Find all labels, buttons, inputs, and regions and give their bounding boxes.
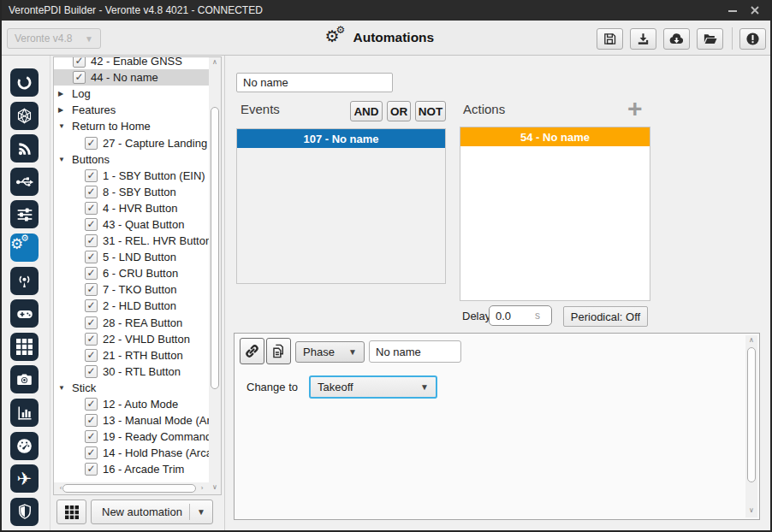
- device-selector[interactable]: Veronte v4.8 ▼: [7, 28, 101, 49]
- checkbox[interactable]: ✓: [85, 186, 98, 198]
- link-button[interactable]: [240, 338, 264, 364]
- download-button[interactable]: [630, 28, 656, 50]
- new-automation-button[interactable]: New automation ▼: [91, 499, 213, 524]
- tree-item[interactable]: ▼Return to Home: [54, 118, 209, 134]
- collapse-arrow-icon[interactable]: ▼: [58, 384, 67, 392]
- tree-item[interactable]: ✓27 - Capture Landing P: [54, 134, 209, 151]
- change-to-selector[interactable]: Takeoff ▼: [309, 375, 437, 399]
- operator-and-button[interactable]: AND: [350, 101, 383, 121]
- checkbox[interactable]: ✓: [85, 137, 98, 150]
- tree-item[interactable]: ✓6 - CRU Button: [54, 265, 209, 281]
- sidebar-chart-button[interactable]: [10, 399, 39, 427]
- sidebar-gamepad-button[interactable]: [10, 299, 39, 328]
- tree-horizontal-scrollbar[interactable]: ‹ ›: [54, 482, 209, 494]
- scrollbar-thumb[interactable]: [211, 107, 219, 389]
- checkbox[interactable]: ✓: [85, 169, 98, 182]
- tree-item[interactable]: ✓42 - Enable GNSS: [54, 57, 209, 69]
- scrollbar-thumb[interactable]: [747, 347, 756, 482]
- tree-item[interactable]: ✓12 - Auto Mode: [54, 396, 209, 412]
- expand-arrow-icon[interactable]: ▶: [58, 90, 67, 98]
- scroll-up-icon[interactable]: ∧: [209, 59, 221, 68]
- action-type-selector[interactable]: Phase ▼: [295, 341, 365, 363]
- tree-item[interactable]: ✓21 - RTH Button: [54, 347, 209, 364]
- sidebar-mesh-button[interactable]: [10, 102, 39, 130]
- tree-item[interactable]: ✓4 - HVR Button: [54, 200, 209, 216]
- operator-or-button[interactable]: OR: [387, 101, 411, 121]
- sidebar-ring-button[interactable]: [10, 68, 39, 97]
- checkbox[interactable]: ✓: [85, 316, 98, 329]
- editor-vertical-scrollbar[interactable]: ∧ ∨: [745, 335, 757, 517]
- delay-input[interactable]: [489, 305, 552, 326]
- tree-item[interactable]: ▶Log: [54, 86, 209, 102]
- checkbox[interactable]: ✓: [85, 446, 98, 459]
- tree-item[interactable]: ✓2 - HLD Button: [54, 298, 209, 314]
- scroll-down-icon[interactable]: ∨: [745, 507, 757, 516]
- tree-item[interactable]: ✓28 - REA Button: [54, 315, 209, 331]
- event-list-item[interactable]: 107 - No name: [237, 129, 445, 148]
- close-button[interactable]: [746, 3, 763, 17]
- tree-item[interactable]: ▼Stick: [54, 380, 209, 396]
- tree-item[interactable]: ✓22 - VHLD Button: [54, 331, 209, 347]
- sidebar-signal-button[interactable]: [10, 134, 39, 163]
- tree-item[interactable]: ▶Features: [54, 102, 209, 118]
- tree-item[interactable]: ✓7 - TKO Button: [54, 281, 209, 298]
- tree-item[interactable]: ✓14 - Hold Phase (Arcad: [54, 445, 209, 461]
- checkbox[interactable]: ✓: [85, 414, 98, 427]
- scroll-down-icon[interactable]: ∨: [209, 484, 221, 493]
- cloud-download-button[interactable]: [663, 28, 690, 50]
- scroll-up-icon[interactable]: ∧: [745, 337, 757, 346]
- checkbox[interactable]: ✓: [85, 234, 98, 247]
- sidebar-plane-button[interactable]: ✈: [10, 464, 39, 493]
- checkbox[interactable]: ✓: [85, 218, 98, 231]
- tree-item[interactable]: ✓30 - RTL Button: [54, 364, 209, 380]
- add-action-icon[interactable]: +: [627, 96, 643, 121]
- tree-item[interactable]: ✓8 - SBY Button: [54, 184, 209, 200]
- collapse-arrow-icon[interactable]: ▼: [58, 122, 67, 130]
- automation-name-input[interactable]: [236, 73, 393, 92]
- checkbox[interactable]: ✓: [85, 349, 98, 362]
- tree-item[interactable]: ✓44 - No name: [54, 69, 209, 86]
- checkbox[interactable]: ✓: [85, 251, 98, 263]
- collapse-arrow-icon[interactable]: ▼: [58, 156, 67, 163]
- tree-item[interactable]: ✓5 - LND Button: [54, 249, 209, 265]
- tree-item[interactable]: ✓19 - Ready Command: [54, 429, 209, 445]
- sidebar-sliders-button[interactable]: [10, 200, 39, 228]
- expand-arrow-icon[interactable]: ▶: [58, 106, 67, 114]
- checkbox[interactable]: ✓: [73, 71, 86, 84]
- minimize-button[interactable]: [724, 3, 741, 17]
- checkbox[interactable]: ✓: [85, 202, 98, 215]
- action-list-item[interactable]: 54 - No name: [460, 127, 650, 146]
- tree-item[interactable]: ✓1 - SBY Button (EIN): [54, 168, 209, 184]
- checkbox[interactable]: ✓: [85, 430, 98, 443]
- scroll-right-icon[interactable]: ›: [196, 485, 208, 494]
- checkbox[interactable]: ✓: [85, 398, 98, 411]
- operator-not-button[interactable]: NOT: [415, 101, 446, 121]
- checkbox[interactable]: ✓: [73, 57, 86, 68]
- periodical-toggle-button[interactable]: Periodical: Off: [563, 306, 648, 327]
- automation-grid-view-button[interactable]: [56, 499, 86, 524]
- checkbox[interactable]: ✓: [85, 267, 98, 280]
- sidebar-grid-button[interactable]: [10, 333, 39, 361]
- tree-item[interactable]: ▼Buttons: [54, 151, 209, 168]
- sidebar-gauge-button[interactable]: [10, 432, 39, 460]
- checkbox[interactable]: ✓: [85, 299, 98, 312]
- sidebar-usb-button[interactable]: [10, 168, 39, 196]
- tree-item[interactable]: ✓13 - Manual Mode (Arc: [54, 412, 209, 429]
- tree-item[interactable]: ✓31 - REL. HVR Button: [54, 233, 209, 249]
- sidebar-shield-button[interactable]: [10, 498, 39, 526]
- checkbox[interactable]: ✓: [85, 333, 98, 346]
- scrollbar-thumb[interactable]: [62, 484, 196, 493]
- sidebar-gears-button[interactable]: ⚙⚙: [10, 233, 39, 262]
- tree-item[interactable]: ✓16 - Arcade Trim: [54, 461, 209, 477]
- checkbox[interactable]: ✓: [85, 463, 98, 476]
- save-button[interactable]: [597, 28, 623, 50]
- chevron-down-icon[interactable]: ▼: [197, 507, 205, 517]
- tree-item[interactable]: ✓43 - Quat Button: [54, 216, 209, 233]
- sidebar-broadcast-button[interactable]: [10, 267, 39, 295]
- info-button[interactable]: [739, 28, 766, 50]
- action-name-input[interactable]: [369, 340, 461, 363]
- checkbox[interactable]: ✓: [85, 365, 98, 378]
- checkbox[interactable]: ✓: [85, 283, 98, 296]
- copy-button[interactable]: [266, 338, 291, 364]
- sidebar-camera-button[interactable]: [10, 365, 39, 393]
